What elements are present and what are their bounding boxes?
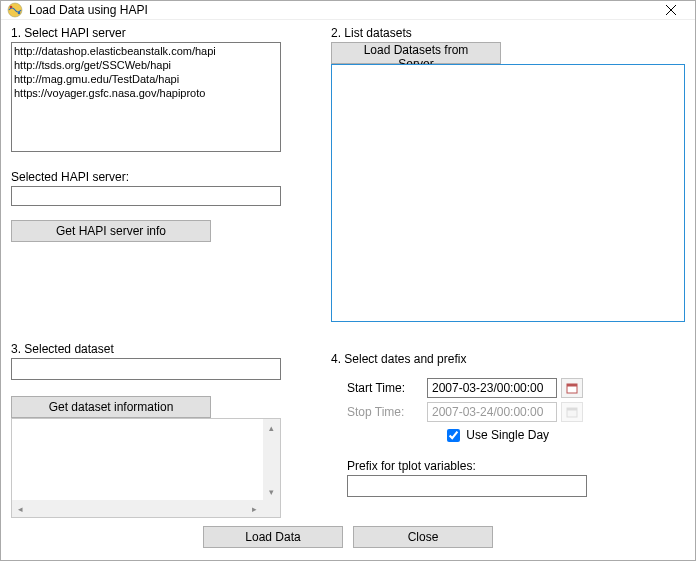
dataset-info-area: ▴ ▾ ◂ ▸ (11, 418, 281, 518)
load-data-button[interactable]: Load Data (203, 526, 343, 548)
titlebar: Load Data using HAPI (1, 1, 695, 20)
get-dataset-info-button[interactable]: Get dataset information (11, 396, 211, 418)
scroll-up-arrow[interactable]: ▴ (263, 419, 280, 436)
scrollbar-vertical[interactable]: ▴ ▾ (263, 419, 280, 500)
stop-time-input (427, 402, 557, 422)
selected-server-label: Selected HAPI server: (11, 170, 281, 184)
scroll-left-arrow[interactable]: ◂ (12, 500, 29, 517)
svg-rect-6 (567, 384, 577, 387)
datasets-listbox[interactable] (331, 64, 685, 322)
svg-point-1 (10, 6, 13, 9)
selected-server-input[interactable] (11, 186, 281, 206)
section3-label: 3. Selected dataset (11, 342, 281, 356)
single-day-text: Use Single Day (466, 428, 549, 442)
stop-time-label: Stop Time: (347, 405, 427, 419)
selected-dataset-input[interactable] (11, 358, 281, 380)
scroll-down-arrow[interactable]: ▾ (263, 483, 280, 500)
svg-point-2 (18, 12, 21, 15)
scroll-right-arrow[interactable]: ▸ (246, 500, 263, 517)
single-day-checkbox-label[interactable]: Use Single Day (443, 428, 549, 442)
server-list-item[interactable]: http://tsds.org/get/SSCWeb/hapi (14, 58, 278, 72)
section1-label: 1. Select HAPI server (11, 26, 281, 40)
scrollbar-horizontal[interactable]: ◂ ▸ (12, 500, 263, 517)
window-title: Load Data using HAPI (29, 3, 651, 17)
app-icon (7, 2, 23, 18)
scroll-corner (263, 500, 280, 517)
close-button[interactable]: Close (353, 526, 493, 548)
section2-label: 2. List datasets (331, 26, 685, 40)
prefix-input[interactable] (347, 475, 587, 497)
start-time-input[interactable] (427, 378, 557, 398)
single-day-checkbox[interactable] (447, 429, 460, 442)
stop-time-calendar-button (561, 402, 583, 422)
server-list-item[interactable]: http://datashop.elasticbeanstalk.com/hap… (14, 44, 278, 58)
close-icon[interactable] (651, 1, 691, 19)
svg-rect-8 (567, 408, 577, 411)
prefix-label: Prefix for tplot variables: (347, 459, 685, 473)
server-listbox[interactable]: http://datashop.elasticbeanstalk.com/hap… (11, 42, 281, 152)
load-datasets-button[interactable]: Load Datasets from Server (331, 42, 501, 64)
server-list-item[interactable]: https://voyager.gsfc.nasa.gov/hapiproto (14, 86, 278, 100)
server-list-item[interactable]: http://mag.gmu.edu/TestData/hapi (14, 72, 278, 86)
dialog-content: 1. Select HAPI server http://datashop.el… (1, 20, 695, 560)
start-time-calendar-button[interactable] (561, 378, 583, 398)
dialog-window: Load Data using HAPI 1. Select HAPI serv… (0, 0, 696, 561)
section4-label: 4. Select dates and prefix (331, 352, 685, 366)
start-time-label: Start Time: (347, 381, 427, 395)
get-server-info-button[interactable]: Get HAPI server info (11, 220, 211, 242)
